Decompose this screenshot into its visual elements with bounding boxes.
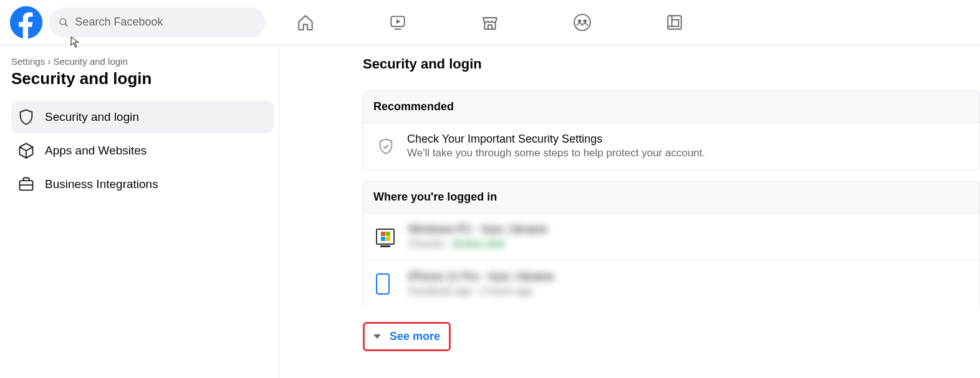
sidebar-item-business[interactable]: Business Integrations xyxy=(11,168,274,201)
main-title: Security and login xyxy=(363,56,980,72)
recommended-row-title: Check Your Important Security Settings xyxy=(407,133,969,146)
breadcrumb-sep: › xyxy=(45,56,53,67)
svg-rect-9 xyxy=(672,19,679,26)
cube-icon xyxy=(17,142,35,159)
facebook-logo[interactable] xyxy=(10,6,42,39)
session-device-title: Windows PC · Kyiv, Ukraine xyxy=(408,223,547,236)
sidebar-item-label: Business Integrations xyxy=(45,177,158,191)
gaming-icon xyxy=(665,13,684,32)
search-input[interactable] xyxy=(75,16,256,29)
sessions-card: Where you're logged in Windows PC · Kyiv… xyxy=(363,181,980,307)
recommended-row[interactable]: Check Your Important Security Settings W… xyxy=(363,123,979,169)
session-row[interactable]: iPhone 11 Pro · Kyiv, Ukraine Facebook a… xyxy=(363,260,979,307)
marketplace-icon xyxy=(481,13,499,32)
breadcrumb-root[interactable]: Settings xyxy=(11,56,45,67)
nav-marketplace[interactable] xyxy=(474,7,506,38)
search-icon xyxy=(59,17,69,28)
nav-groups[interactable] xyxy=(567,7,598,38)
breadcrumb-current: Security and login xyxy=(54,56,128,67)
session-active-badge: Active now xyxy=(452,239,504,250)
nav-gaming[interactable] xyxy=(659,7,690,38)
see-more-button[interactable]: See more xyxy=(363,322,451,351)
groups-icon xyxy=(573,13,592,32)
recommended-row-sub: We'll take you through some steps to hel… xyxy=(407,147,969,159)
search-container[interactable] xyxy=(49,7,266,37)
svg-point-5 xyxy=(574,14,590,31)
sessions-header: Where you're logged in xyxy=(363,182,979,213)
svg-point-6 xyxy=(578,19,581,22)
sidebar-item-label: Apps and Websites xyxy=(45,144,147,158)
breadcrumb: Settings › Security and login xyxy=(11,56,274,67)
top-header xyxy=(0,0,980,45)
chevron-down-icon xyxy=(373,334,381,339)
sidebar-item-label: Security and login xyxy=(45,110,139,124)
sidebar-item-security[interactable]: Security and login xyxy=(11,101,274,133)
recommended-header: Recommended xyxy=(363,92,979,123)
windows-device-icon xyxy=(376,229,398,245)
svg-rect-8 xyxy=(668,16,681,29)
svg-point-7 xyxy=(584,19,587,22)
session-row[interactable]: Windows PC · Kyiv, Ukraine Chrome · Acti… xyxy=(363,213,979,260)
svg-point-1 xyxy=(60,18,66,24)
apple-device-icon xyxy=(376,273,398,295)
see-more-label: See more xyxy=(390,330,440,343)
main-content: Security and login Recommended Check You… xyxy=(279,45,980,378)
session-device-sub: Facebook app · 2 hours ago xyxy=(408,286,532,297)
briefcase-icon xyxy=(17,176,35,193)
page-title: Security and login xyxy=(11,69,274,88)
nav-tabs xyxy=(290,0,690,44)
shield-check-icon xyxy=(373,138,398,155)
session-device-title: iPhone 11 Pro · Kyiv, Ukraine xyxy=(408,270,554,283)
home-icon xyxy=(296,13,315,32)
content-area: Settings › Security and login Security a… xyxy=(0,45,980,378)
recommended-card: Recommended Check Your Important Securit… xyxy=(363,91,980,170)
sidebar: Settings › Security and login Security a… xyxy=(0,45,279,378)
nav-watch[interactable] xyxy=(382,7,413,38)
watch-icon xyxy=(388,13,407,32)
sidebar-item-apps[interactable]: Apps and Websites xyxy=(11,135,274,167)
nav-home[interactable] xyxy=(290,7,321,38)
session-device-sub: Chrome · xyxy=(408,239,449,250)
shield-icon xyxy=(17,108,35,126)
svg-line-2 xyxy=(65,24,67,26)
